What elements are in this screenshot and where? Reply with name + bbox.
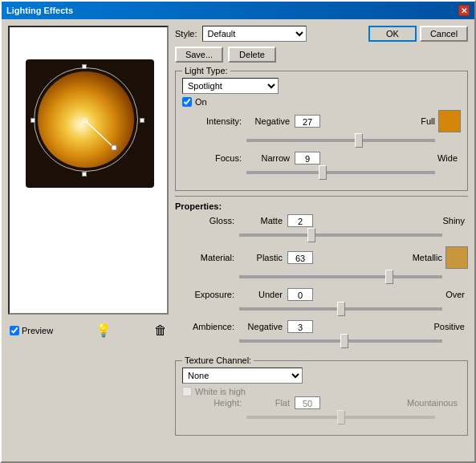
height-flat-label: Flat (246, 398, 295, 408)
exposure-under-label: Under (239, 290, 287, 299)
material-label: Material: (175, 253, 239, 262)
texture-channel-select[interactable]: None (182, 368, 303, 384)
ambience-label: Ambience: (175, 322, 239, 331)
on-label: On (195, 97, 207, 107)
height-track-row (182, 411, 461, 424)
style-row: Style: Default (175, 26, 368, 42)
material-slider-container (239, 270, 468, 283)
save-delete-row: Save... Delete (175, 47, 468, 63)
spotlight-handle-right[interactable] (140, 118, 144, 123)
focus-label: Focus: (182, 153, 246, 163)
on-checkbox[interactable] (182, 97, 192, 107)
gloss-value[interactable]: 2 (287, 214, 313, 227)
height-value: 50 (295, 396, 320, 409)
light-type-row: Spotlight (182, 78, 461, 94)
focus-wide-label: Wide (320, 153, 461, 163)
preview-checkbox-row: Preview (10, 326, 53, 335)
height-slider-container (246, 411, 461, 424)
window-title: Lighting Effects (6, 6, 73, 15)
left-panel: Preview 💡 🗑 (8, 26, 169, 455)
exposure-over-label: Over (313, 290, 468, 299)
style-select[interactable]: Default (202, 26, 307, 42)
intensity-track-row (182, 134, 461, 147)
gloss-track-row (175, 229, 468, 242)
properties-label: Properties: (175, 201, 468, 211)
height-label: Height: (182, 398, 246, 408)
height-labels: Height: Flat 50 Mountainous (182, 396, 461, 409)
intensity-labels: Intensity: Negative 27 Full (182, 110, 461, 132)
material-labels: Material: Plastic 63 Metallic (175, 246, 468, 269)
ambience-labels: Ambience: Negative 3 Positive (175, 320, 468, 333)
save-button[interactable]: Save... (175, 47, 223, 63)
material-track-row (175, 270, 468, 283)
right-panel: Style: Default OK Cancel Save... Delete … (175, 26, 468, 455)
style-label: Style: (175, 29, 197, 39)
material-metallic-label: Metallic (313, 253, 445, 262)
ok-cancel-buttons: OK Cancel (368, 26, 468, 42)
exposure-slider[interactable] (239, 307, 442, 311)
focus-track-row (182, 166, 461, 179)
gloss-slider[interactable] (239, 234, 442, 237)
material-row: Material: Plastic 63 Metallic (175, 246, 468, 283)
preview-label: Preview (22, 326, 53, 335)
ok-button[interactable]: OK (368, 26, 417, 42)
material-slider[interactable] (239, 275, 442, 278)
ambience-value[interactable]: 3 (287, 320, 313, 333)
height-mountain-label: Mountainous (320, 398, 461, 408)
white-is-high-row: White is high (182, 387, 461, 396)
gloss-shiny-label: Shiny (313, 216, 468, 225)
gloss-labels: Gloss: Matte 2 Shiny (175, 214, 468, 227)
cancel-button[interactable]: Cancel (420, 26, 468, 42)
exposure-labels: Exposure: Under 0 Over (175, 288, 468, 301)
exposure-label: Exposure: (175, 290, 239, 299)
intensity-swatch[interactable] (438, 110, 461, 132)
light-bulb-icon[interactable]: 💡 (96, 323, 112, 338)
intensity-full-label: Full (320, 116, 438, 126)
intensity-slider-container (246, 134, 461, 147)
delete-button[interactable]: Delete (228, 47, 276, 63)
intensity-slider[interactable] (246, 139, 435, 142)
properties-section: Properties: Gloss: Matte 2 Shiny (175, 196, 468, 352)
texture-group: Texture Channel: None White is high Heig… (175, 360, 468, 436)
exposure-row: Exposure: Under 0 Over (175, 288, 468, 315)
white-is-high-label: White is high (195, 387, 246, 396)
exposure-track-row (175, 303, 468, 315)
light-type-select[interactable]: Spotlight (182, 78, 279, 94)
material-plastic-label: Plastic (239, 253, 287, 262)
ambience-neg-label: Negative (239, 322, 287, 331)
intensity-value[interactable]: 27 (295, 115, 320, 128)
exposure-slider-container (239, 303, 468, 315)
height-slider (246, 416, 435, 419)
preview-canvas (8, 26, 169, 315)
material-swatch[interactable] (445, 246, 468, 269)
preview-checkbox[interactable] (10, 326, 19, 335)
intensity-neg-label: Negative (246, 116, 295, 126)
spotlight-center-handle[interactable] (83, 118, 87, 123)
exposure-value[interactable]: 0 (287, 288, 313, 301)
white-is-high-checkbox[interactable] (182, 387, 192, 396)
material-value[interactable]: 63 (287, 251, 313, 264)
ambience-pos-label: Positive (313, 322, 468, 331)
light-type-label: Light Type: (182, 66, 230, 75)
focus-row: Focus: Narrow 9 Wide (182, 152, 461, 179)
gloss-row: Gloss: Matte 2 Shiny (175, 214, 468, 242)
spotlight-handle-top[interactable] (82, 64, 87, 69)
close-button[interactable]: ✕ (458, 5, 470, 16)
light-type-group: Light Type: Spotlight On Intensity: Nega… (175, 71, 468, 191)
gloss-label: Gloss: (175, 216, 239, 225)
intensity-label: Intensity: (182, 116, 246, 126)
focus-slider[interactable] (246, 171, 435, 174)
ambience-slider[interactable] (239, 339, 442, 343)
delete-light-icon[interactable]: 🗑 (154, 323, 167, 338)
spotlight-handle-left[interactable] (31, 118, 35, 123)
intensity-row: Intensity: Negative 27 Full (182, 110, 461, 147)
ambience-row: Ambience: Negative 3 Positive (175, 320, 468, 347)
focus-labels: Focus: Narrow 9 Wide (182, 152, 461, 164)
focus-value[interactable]: 9 (295, 152, 320, 164)
title-bar: Lighting Effects ✕ (2, 2, 474, 19)
height-row: Height: Flat 50 Mountainous (182, 396, 461, 424)
ambience-slider-container (239, 335, 468, 347)
focus-slider-container (246, 166, 461, 179)
ambience-track-row (175, 335, 468, 347)
spotlight-handle-bottom[interactable] (82, 172, 87, 177)
